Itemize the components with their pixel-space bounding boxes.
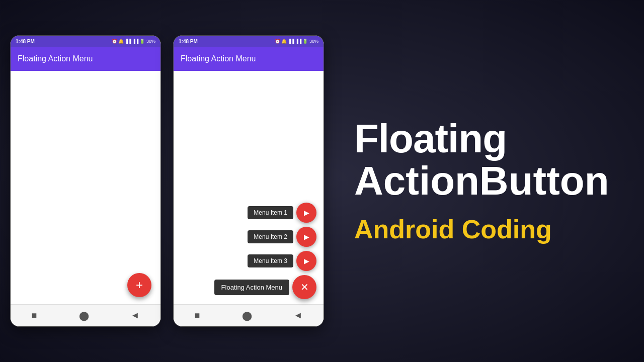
phone-2: 1:48 PM ⏰ 🔔 ▐▐ ▐▐ 🔋 38% Floating Action … (173, 35, 324, 327)
phone2-toolbar-title: Floating Action Menu (181, 54, 256, 63)
fab-mini-btn-3[interactable]: ▶ (296, 251, 316, 271)
phone1-fab-button[interactable]: + (127, 273, 151, 297)
fab-main-item[interactable]: Floating Action Menu ✕ (214, 275, 316, 299)
hero-subtitle: Android Coding (354, 214, 624, 244)
fab-menu-label-3: Menu Item 3 (248, 254, 293, 267)
phone1-nav-square[interactable]: ■ (32, 310, 37, 321)
phone1-nav-circle[interactable]: ⬤ (79, 310, 89, 321)
phone1-toolbar-title: Floating Action Menu (18, 54, 93, 63)
fab-menu-item-1[interactable]: Menu Item 1 ▶ (248, 203, 316, 223)
fab-menu-item-2[interactable]: Menu Item 2 ▶ (248, 227, 316, 247)
phone2-content: Menu Item 1 ▶ Menu Item 2 ▶ Menu Item 3 (174, 71, 324, 304)
fab-menu-container: Menu Item 1 ▶ Menu Item 2 ▶ Menu Item 3 (214, 203, 316, 299)
play-arrow-icon-3: ▶ (304, 257, 309, 265)
phone1-content: + (11, 71, 160, 304)
fab-menu-item-3[interactable]: Menu Item 3 ▶ (248, 251, 316, 271)
phone1-status-bar: 1:48 PM ⏰ 🔔 ▐▐ ▐▐ 🔋 38% (11, 36, 160, 47)
phone2-icons: ⏰ 🔔 ▐▐ ▐▐ 🔋 38% (275, 39, 318, 44)
hero-coding: Coding (462, 215, 552, 244)
fab-main-label: Floating Action Menu (214, 280, 289, 295)
phone1-fab-icon: + (136, 278, 143, 292)
close-icon: ✕ (300, 281, 309, 293)
phone1-nav-back[interactable]: ◄ (131, 310, 140, 321)
fab-mini-btn-1[interactable]: ▶ (296, 203, 316, 223)
fab-main-button[interactable]: ✕ (292, 275, 316, 299)
phone2-time: 1:48 PM (179, 39, 198, 44)
hero-title-floating: Floating (354, 118, 624, 160)
phone1-time: 1:48 PM (16, 39, 35, 44)
play-arrow-icon-2: ▶ (304, 233, 309, 241)
hero-text-area: Floating ActionButton Android Coding (334, 98, 644, 264)
fab-mini-btn-2[interactable]: ▶ (296, 227, 316, 247)
fab-menu-label-2: Menu Item 2 (248, 230, 293, 243)
hero-android: Android (354, 215, 462, 244)
phone2-toolbar: Floating Action Menu (174, 47, 324, 71)
hero-title-actionbutton: ActionButton (354, 160, 624, 202)
phone2-status-bar: 1:48 PM ⏰ 🔔 ▐▐ ▐▐ 🔋 38% (174, 36, 324, 47)
phone1-icons: ⏰ 🔔 ▐▐ ▐▐ 🔋 38% (112, 39, 155, 44)
phone-1: 1:48 PM ⏰ 🔔 ▐▐ ▐▐ 🔋 38% Floating Action … (10, 35, 161, 327)
phone2-nav-circle[interactable]: ⬤ (242, 310, 252, 321)
phone2-nav-square[interactable]: ■ (195, 310, 200, 321)
fab-menu-label-1: Menu Item 1 (248, 206, 293, 219)
phone1-toolbar: Floating Action Menu (11, 47, 160, 71)
phone1-nav-bar: ■ ⬤ ◄ (11, 304, 160, 326)
play-arrow-icon-1: ▶ (304, 209, 309, 217)
phone2-nav-back[interactable]: ◄ (294, 310, 303, 321)
phones-area: 1:48 PM ⏰ 🔔 ▐▐ ▐▐ 🔋 38% Floating Action … (0, 0, 334, 362)
phone2-nav-bar: ■ ⬤ ◄ (174, 304, 324, 326)
